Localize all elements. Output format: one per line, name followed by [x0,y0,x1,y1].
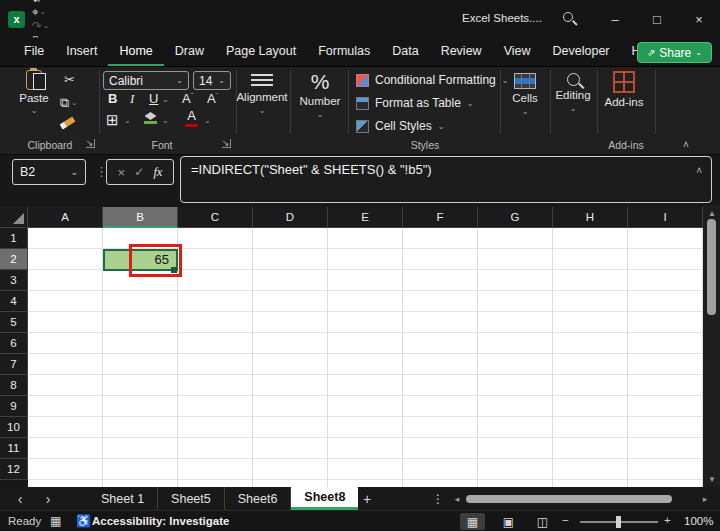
search-icon[interactable] [563,12,573,22]
font-family-combo[interactable]: Calibri⌄ [103,71,189,90]
tab-draw[interactable]: Draw [164,38,215,66]
row-header[interactable]: 12 [0,459,28,480]
underline-button[interactable]: U [149,91,158,106]
fill-color-chevron[interactable]: ⌄ [162,116,169,125]
conditional-formatting-button[interactable]: Conditional Formatting ⌄ [356,70,508,90]
vertical-scrollbar[interactable]: ▲ ▼ [703,205,720,487]
row-header[interactable]: 5 [0,312,28,333]
column-header[interactable]: I [628,207,703,228]
tab-developer[interactable]: Developer [542,38,621,66]
number-button[interactable]: % Number ⌄ [294,72,346,119]
row-header[interactable]: 7 [0,354,28,375]
row-header[interactable]: 4 [0,291,28,312]
tab-review[interactable]: Review [430,38,493,66]
alignment-button[interactable]: Alignment ⌄ [234,74,290,115]
maximize-button[interactable]: □ [636,0,678,38]
name-box[interactable]: B2 ⌄ [12,159,86,185]
conditional-formatting-icon [356,74,369,87]
next-sheet-chevron[interactable]: › [38,487,58,510]
underline-options-chevron[interactable]: ⌄ [162,95,169,104]
row-header[interactable]: 2 [0,249,28,270]
scroll-up-icon[interactable]: ▲ [708,209,716,218]
page-layout-view-button[interactable]: ▣ [496,513,521,530]
tab-data[interactable]: Data [381,38,429,66]
collapse-ribbon-chevron[interactable]: ˄ [683,139,689,150]
hscroll-right-icon[interactable]: ▸ [698,487,712,510]
bold-button[interactable]: B [108,91,117,106]
row-header[interactable]: 3 [0,270,28,291]
borders-button[interactable]: ⊞ [106,111,119,129]
confirm-entry-button[interactable]: ✓ [134,165,144,179]
borders-chevron[interactable]: ⌄ [124,116,131,125]
paste-button[interactable]: Paste ⌄ [12,70,56,115]
column-header[interactable]: G [478,207,553,228]
column-header[interactable]: C [178,207,253,228]
row-header[interactable]: 8 [0,375,28,396]
row-header[interactable]: 10 [0,417,28,438]
accessibility-status[interactable]: Accessibility: Investigate [92,515,229,527]
cancel-entry-button[interactable]: × [118,165,126,180]
sheet-tab-sheet8[interactable]: Sheet8 [291,487,358,510]
new-sheet-button[interactable]: + [355,487,379,510]
tab-view[interactable]: View [493,38,542,66]
row-header[interactable]: 6 [0,333,28,354]
share-button[interactable]: ⇗ Share ⌄ [637,42,712,63]
cut-button[interactable]: ✂ [64,72,75,87]
clipboard-dialog-launcher[interactable]: ↘ [86,139,95,148]
column-header[interactable]: F [403,207,478,228]
collapse-formula-bar-chevron[interactable]: ˄ [696,165,702,176]
redo-icon[interactable]: ↷⌄ [32,19,49,33]
insert-function-button[interactable]: fx [153,165,162,180]
sheet-tab-sheet5[interactable]: Sheet5 [158,487,225,510]
column-header[interactable]: E [328,207,403,228]
increase-font-size-button[interactable]: Aˆ [182,91,193,106]
decrease-font-size-button[interactable]: Aˇ [207,91,218,106]
sheet-tab-sheet1[interactable]: Sheet 1 [88,487,158,510]
touch-mode-icon[interactable]: ⌖⌄ [32,5,49,19]
hscroll-left-icon[interactable]: ◂ [450,487,464,510]
format-painter-button[interactable] [60,120,75,126]
column-header[interactable]: A [28,207,103,228]
zoom-level[interactable]: 100% [684,515,713,527]
column-header[interactable]: H [553,207,628,228]
scroll-down-icon[interactable]: ▼ [708,475,716,484]
tab-file[interactable]: File [13,38,55,66]
column-header[interactable]: B [103,207,178,228]
tab-formulas[interactable]: Formulas [307,38,381,66]
tab-page-layout[interactable]: Page Layout [215,38,307,66]
font-dialog-launcher[interactable]: ↘ [222,139,231,148]
prev-sheet-chevron[interactable]: ‹ [10,487,30,510]
zoom-slider-thumb[interactable] [616,516,621,528]
font-size-combo[interactable]: 14⌄ [193,71,231,90]
minimize-button[interactable]: – [594,0,636,38]
zoom-in-button[interactable]: + [664,514,671,526]
fill-handle[interactable] [171,267,177,273]
sheet-options-dots[interactable]: ⋮ [428,487,448,510]
column-header[interactable]: D [253,207,328,228]
sheet-tab-sheet6[interactable]: Sheet6 [225,487,292,510]
italic-button[interactable]: I [130,91,134,107]
add-ins-button[interactable]: Add-ins [600,71,648,108]
row-header[interactable]: 1 [0,228,28,249]
cells-button[interactable]: Cells ⌄ [503,73,547,116]
select-all-corner[interactable] [0,207,28,228]
cell-styles-button[interactable]: Cell Styles ⌄ [356,116,444,136]
font-color-chevron[interactable]: ⌄ [204,116,211,125]
row-header[interactable]: 9 [0,396,28,417]
tab-insert[interactable]: Insert [55,38,108,66]
normal-view-button[interactable]: ▦ [460,513,485,530]
formula-input[interactable]: =INDIRECT("Sheet" & SHEETS() & "!b5") ˄ [180,156,712,203]
fill-color-button[interactable] [144,112,157,124]
macro-record-icon[interactable]: ▦ [50,514,61,528]
horizontal-scroll-thumb[interactable] [466,495,672,503]
row-header[interactable]: 11 [0,438,28,459]
page-break-view-button[interactable]: ◫ [530,513,555,530]
zoom-out-button[interactable]: − [562,514,569,526]
close-button[interactable]: × [678,0,720,38]
format-as-table-button[interactable]: Format as Table ⌄ [356,93,474,113]
copy-button[interactable]: ⧉⌄ [60,95,77,111]
font-color-button[interactable]: A [185,108,198,127]
editing-button[interactable]: Editing ⌄ [551,73,595,113]
tab-home[interactable]: Home [108,38,163,66]
vertical-scroll-thumb[interactable] [707,219,716,315]
